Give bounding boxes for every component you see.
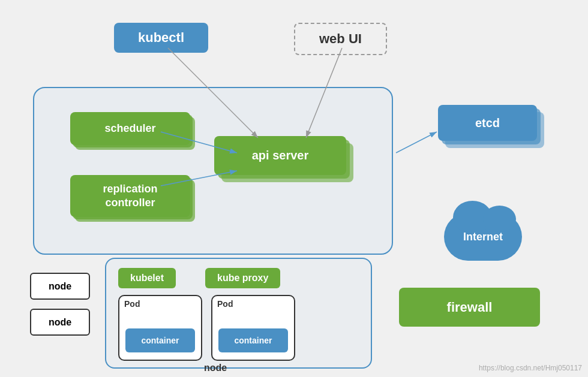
master-container: scheduler replicationcontroller api serv… bbox=[33, 87, 393, 255]
replication-label: replicationcontroller bbox=[103, 182, 157, 210]
kubeproxy-label: kube proxy bbox=[217, 273, 268, 283]
etcd-box: etcd bbox=[438, 105, 537, 141]
svg-line-4 bbox=[396, 132, 437, 153]
webui-label: web UI bbox=[319, 31, 362, 46]
kubelet-box: kubelet bbox=[118, 268, 176, 288]
node-box-2: node bbox=[30, 309, 90, 336]
webui-box: web UI bbox=[294, 23, 387, 55]
firewall-label: firewall bbox=[447, 300, 493, 315]
node2-label: node bbox=[49, 317, 71, 328]
node-bottom-label: node bbox=[204, 363, 227, 373]
worker-container: kubelet kube proxy Pod container Pod con… bbox=[105, 258, 372, 369]
kubectl-label: kubectl bbox=[138, 30, 184, 45]
container-box-1: container bbox=[125, 328, 195, 352]
kubeproxy-box: kube proxy bbox=[205, 268, 280, 288]
pod-area-2: Pod container bbox=[211, 295, 295, 361]
container2-label: container bbox=[234, 336, 272, 345]
node-box-1: node bbox=[30, 273, 90, 300]
etcd-label: etcd bbox=[475, 116, 500, 130]
kubelet-label: kubelet bbox=[130, 273, 164, 283]
cloud-shape: Internet bbox=[444, 213, 522, 261]
node1-label: node bbox=[49, 281, 71, 292]
container1-label: container bbox=[141, 336, 179, 345]
pod1-label: Pod bbox=[119, 296, 201, 312]
apiserver-label: api server bbox=[252, 149, 309, 162]
scheduler-box: scheduler bbox=[70, 112, 190, 145]
replication-box: replicationcontroller bbox=[70, 175, 190, 217]
internet-label: Internet bbox=[463, 231, 503, 243]
internet-cloud: Internet bbox=[444, 213, 522, 261]
apiserver-box: api server bbox=[214, 136, 346, 175]
firewall-box: firewall bbox=[399, 288, 540, 327]
kubectl-box: kubectl bbox=[114, 23, 208, 53]
pod2-label: Pod bbox=[212, 296, 294, 312]
pod-area-1: Pod container bbox=[118, 295, 202, 361]
diagram-container: kubectl web UI scheduler replicationcont… bbox=[0, 0, 588, 377]
scheduler-label: scheduler bbox=[104, 122, 155, 135]
watermark: https://blog.csdn.net/Hmj050117 bbox=[479, 364, 582, 372]
container-box-2: container bbox=[218, 328, 288, 352]
